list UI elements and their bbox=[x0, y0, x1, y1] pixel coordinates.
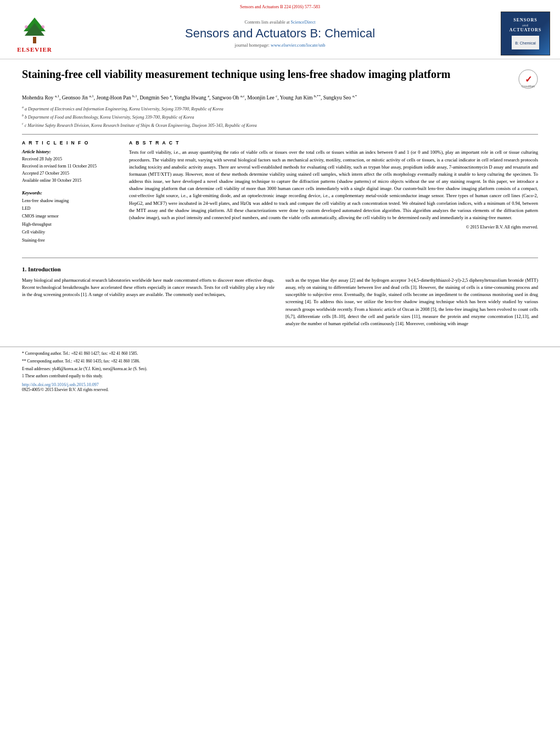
intro-col1-text: Many biological and pharmaceutical resea… bbox=[22, 277, 275, 299]
keyword-5: Cell viability bbox=[22, 228, 118, 236]
divider-2 bbox=[22, 258, 538, 258]
email-addresses: E-mail addresses: yk46@korea.ac.kr (Y.J.… bbox=[22, 366, 538, 373]
page-footer: * Corresponding author. Tel.: +82 41 860… bbox=[0, 347, 560, 392]
keywords-label: Keywords: bbox=[22, 190, 118, 196]
page: Sensors and Actuators B 224 (2016) 577–5… bbox=[0, 0, 560, 742]
sciencedirect-link[interactable]: ScienceDirect bbox=[291, 20, 316, 25]
revised-date: Received in revised form 11 October 2015 bbox=[22, 163, 118, 170]
corresponding-double: ** Corresponding author. Tel.: +82 41 86… bbox=[22, 358, 538, 365]
issn-text: 0925-4005/© 2015 Elsevier B.V. All right… bbox=[22, 387, 538, 392]
sensors-logo-image: B: Chemical bbox=[512, 36, 539, 49]
keyword-3: CMOS image sensor bbox=[22, 213, 118, 220]
article-info-abstract-section: A R T I C L E I N F O Article history: R… bbox=[22, 140, 538, 250]
online-date: Available online 30 October 2015 bbox=[22, 177, 118, 185]
article-area: Staining-free cell viability measurement… bbox=[0, 59, 560, 336]
elsevier-logo: ELSEVIER bbox=[10, 15, 59, 53]
doi-link[interactable]: http://dx.doi.org/10.1016/j.snb.2015.10.… bbox=[22, 382, 538, 387]
affiliation-a: a Department of Electronics and Informat… bbox=[25, 107, 223, 111]
sensors-logo-line1: SENSORS bbox=[513, 18, 537, 23]
article-title: Staining-free cell viability measurement… bbox=[22, 67, 518, 81]
introduction-columns: Many biological and pharmaceutical resea… bbox=[22, 277, 538, 330]
elsevier-text: ELSEVIER bbox=[17, 46, 52, 53]
crossmark-icon: ✓ CrossMark bbox=[518, 69, 538, 89]
header-main: ELSEVIER Contents lists available at Sci… bbox=[0, 12, 560, 55]
svg-point-4 bbox=[41, 25, 44, 29]
article-title-section: Staining-free cell viability measurement… bbox=[22, 67, 538, 89]
footnote-1: 1 These authors contributed equally to t… bbox=[22, 373, 538, 380]
introduction-title: 1. Introduction bbox=[22, 266, 538, 272]
introduction-section: 1. Introduction Many biological and phar… bbox=[22, 266, 538, 330]
sensors-actuators-logo: SENSORS and ACTUATORS B: Chemical bbox=[501, 12, 550, 55]
keywords-block: Keywords: Lens-free shadow imaging LED C… bbox=[22, 190, 118, 244]
divider-1 bbox=[22, 134, 538, 135]
abstract-paragraph: Tests for cell viability, i.e., an assay… bbox=[129, 149, 538, 221]
affiliation-c: c Maritime Safety Research Division, Kor… bbox=[25, 122, 257, 127]
journal-homepage: journal homepage: www.elsevier.com/locat… bbox=[59, 42, 501, 48]
abstract-column: A B S T R A C T Tests for cell viability… bbox=[129, 140, 538, 250]
homepage-url[interactable]: www.elsevier.com/locate/snb bbox=[271, 42, 326, 48]
introduction-col-left: Many biological and pharmaceutical resea… bbox=[22, 277, 275, 330]
intro-col2-text: such as the trypan blue dye assay [2] an… bbox=[285, 277, 538, 327]
svg-text:✓: ✓ bbox=[525, 75, 532, 84]
accepted-date: Accepted 27 October 2015 bbox=[22, 170, 118, 177]
abstract-header: A B S T R A C T bbox=[129, 140, 538, 146]
svg-rect-0 bbox=[33, 37, 36, 43]
affiliation-b: b Department of Food and Biotechnology, … bbox=[25, 115, 194, 120]
keyword-6: Staining-free bbox=[22, 237, 118, 244]
copyright-line: © 2015 Elsevier B.V. All rights reserved… bbox=[129, 225, 538, 230]
keyword-2: LED bbox=[22, 205, 118, 213]
footer-doi-section: http://dx.doi.org/10.1016/j.snb.2015.10.… bbox=[22, 382, 538, 392]
sensors-logo-line3: ACTUATORS bbox=[509, 27, 542, 33]
affiliations: a a Department of Electronics and Inform… bbox=[22, 105, 538, 129]
svg-point-3 bbox=[25, 25, 28, 29]
citation-text: Sensors and Actuators B 224 (2016) 577–5… bbox=[240, 4, 320, 9]
journal-title-center: Contents lists available at ScienceDirec… bbox=[59, 20, 501, 48]
abstract-text: Tests for cell viability, i.e., an assay… bbox=[129, 149, 538, 221]
keyword-1: Lens-free shadow imaging bbox=[22, 197, 118, 205]
journal-header: Sensors and Actuators B 224 (2016) 577–5… bbox=[0, 0, 560, 59]
svg-text:CrossMark: CrossMark bbox=[522, 85, 535, 88]
article-history: Article history: Received 28 July 2015 R… bbox=[22, 149, 118, 184]
journal-title: Sensors and Actuators B: Chemical bbox=[59, 26, 501, 41]
svg-text:B: Chemical: B: Chemical bbox=[515, 41, 536, 45]
elsevier-tree-icon bbox=[18, 15, 51, 45]
received-date: Received 28 July 2015 bbox=[22, 156, 118, 163]
keywords-list: Lens-free shadow imaging LED CMOS image … bbox=[22, 197, 118, 244]
article-info-column: A R T I C L E I N F O Article history: R… bbox=[22, 140, 118, 250]
corresponding-single: * Corresponding author. Tel.: +82 41 860… bbox=[22, 350, 538, 358]
history-label: Article history: bbox=[22, 149, 118, 154]
article-info-header: A R T I C L E I N F O bbox=[22, 140, 118, 146]
sensors-logo-line2: and bbox=[522, 24, 529, 28]
keyword-4: High-throughput bbox=[22, 221, 118, 228]
sensors-logo-icon: B: Chemical bbox=[512, 36, 539, 49]
contents-available-text: Contents lists available at ScienceDirec… bbox=[59, 20, 501, 25]
introduction-col-right: such as the trypan blue dye assay [2] an… bbox=[285, 277, 538, 330]
authors: Mohendra Roy a,1, Geonsoo Jin a,1, Jeong… bbox=[22, 93, 538, 102]
footer-notes: * Corresponding author. Tel.: +82 41 860… bbox=[22, 350, 538, 380]
citation-bar: Sensors and Actuators B 224 (2016) 577–5… bbox=[0, 4, 560, 9]
